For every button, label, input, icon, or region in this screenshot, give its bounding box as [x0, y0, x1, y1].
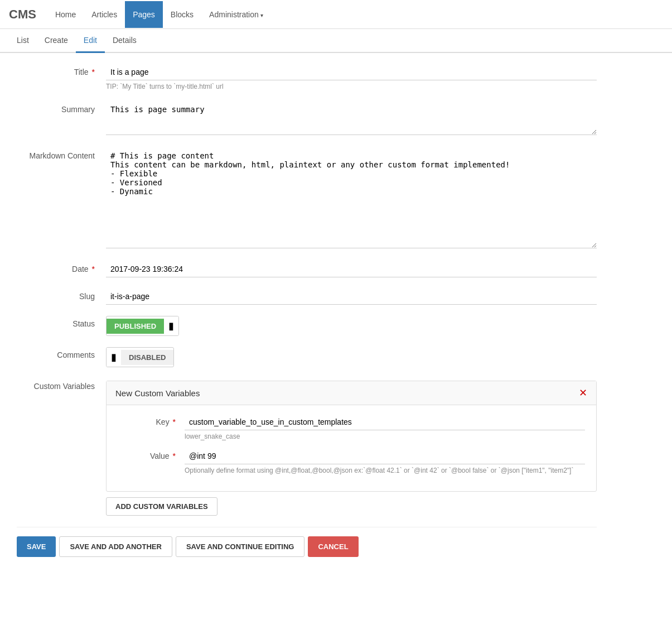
nav-item-administration[interactable]: Administration	[201, 1, 270, 28]
date-field	[106, 261, 597, 277]
title-tip: TIP: `My Title` turns to `my-title.html`…	[106, 83, 597, 90]
subnav-details[interactable]: Details	[105, 29, 144, 53]
status-published-btn[interactable]: PUBLISHED	[107, 319, 164, 334]
close-panel-button[interactable]: ✕	[579, 388, 587, 398]
cv-value-hint: Optionally define format using @int,@flo…	[185, 467, 585, 474]
custom-variables-row: Custom Variables New Custom Variables ✕ …	[17, 378, 597, 516]
nav-item-pages[interactable]: Pages	[125, 1, 163, 28]
comments-row: Comments ▮ DISABLED	[17, 347, 597, 367]
comments-toggle-switch[interactable]: ▮	[107, 348, 121, 367]
cv-key-field: lower_snake_case	[185, 414, 585, 440]
comments-disabled-btn[interactable]: DISABLED	[121, 350, 173, 365]
save-add-another-button[interactable]: SAVE AND ADD ANOTHER	[59, 536, 172, 557]
custom-variables-header: New Custom Variables ✕	[107, 381, 596, 405]
date-input[interactable]	[106, 261, 597, 277]
custom-variables-label: Custom Variables	[17, 378, 106, 391]
status-row: Status PUBLISHED ▮	[17, 316, 597, 336]
comments-field: ▮ DISABLED	[106, 347, 597, 367]
brand-logo: CMS	[9, 7, 36, 22]
markdown-label: Markdown Content	[17, 148, 106, 160]
status-field: PUBLISHED ▮	[106, 316, 597, 336]
comments-label: Comments	[17, 347, 106, 359]
cv-value-input[interactable]	[185, 448, 585, 464]
cancel-button[interactable]: CANCEL	[308, 536, 358, 557]
markdown-field: # This is page content This content can …	[106, 148, 597, 250]
nav-item-home[interactable]: Home	[47, 1, 84, 28]
status-label: Status	[17, 316, 106, 328]
slug-row: Slug	[17, 289, 597, 305]
add-custom-variables-button[interactable]: ADD CUSTOM VARIABLES	[106, 497, 217, 516]
summary-field: This is page summary	[106, 102, 597, 137]
slug-field	[106, 289, 597, 305]
subnav-create[interactable]: Create	[37, 29, 76, 53]
status-toggle[interactable]: PUBLISHED ▮	[106, 316, 179, 336]
summary-row: Summary This is page summary	[17, 102, 597, 137]
comments-toggle[interactable]: ▮ DISABLED	[106, 347, 174, 367]
subnav-edit[interactable]: Edit	[76, 29, 105, 53]
date-row: Date *	[17, 261, 597, 277]
nav-item-blocks[interactable]: Blocks	[163, 1, 201, 28]
summary-label: Summary	[17, 102, 106, 114]
cv-value-label: Value *	[118, 448, 185, 460]
comments-toggle-row: ▮ DISABLED	[106, 347, 597, 367]
top-navigation: CMS Home Articles Pages Blocks Administr…	[0, 0, 672, 29]
sub-navigation: List Create Edit Details	[0, 29, 672, 53]
custom-variables-panel: New Custom Variables ✕ Key * lower_snake…	[106, 381, 597, 492]
cv-value-row: Value * Optionally define format using @…	[118, 448, 585, 474]
cv-key-row: Key * lower_snake_case	[118, 414, 585, 440]
title-field: TIP: `My Title` turns to `my-title.html`…	[106, 64, 597, 90]
cv-key-input[interactable]	[185, 414, 585, 430]
title-row: Title * TIP: `My Title` turns to `my-tit…	[17, 64, 597, 90]
save-continue-editing-button[interactable]: SAVE AND CONTINUE EDITING	[176, 536, 305, 557]
markdown-row: Markdown Content # This is page content …	[17, 148, 597, 250]
title-label: Title *	[17, 64, 106, 76]
slug-input[interactable]	[106, 289, 597, 305]
cv-key-hint: lower_snake_case	[185, 433, 585, 440]
markdown-input[interactable]: # This is page content This content can …	[106, 148, 597, 248]
slug-label: Slug	[17, 289, 106, 301]
custom-variables-body: Key * lower_snake_case Value *	[107, 405, 596, 491]
custom-variables-field: New Custom Variables ✕ Key * lower_snake…	[106, 378, 597, 516]
subnav-list[interactable]: List	[9, 29, 37, 53]
cv-key-label: Key *	[118, 414, 185, 426]
save-button[interactable]: SAVE	[17, 536, 56, 557]
status-toggle-row: PUBLISHED ▮	[106, 316, 597, 336]
summary-input[interactable]: This is page summary	[106, 102, 597, 135]
title-input[interactable]	[106, 64, 597, 80]
date-label: Date *	[17, 261, 106, 273]
cv-value-field: Optionally define format using @int,@flo…	[185, 448, 585, 474]
main-content: Title * TIP: `My Title` turns to `my-tit…	[0, 53, 613, 577]
action-buttons: SAVE SAVE AND ADD ANOTHER SAVE AND CONTI…	[17, 527, 597, 566]
status-toggle-switch[interactable]: ▮	[164, 316, 178, 335]
custom-variables-panel-title: New Custom Variables	[115, 388, 200, 398]
nav-item-articles[interactable]: Articles	[84, 1, 125, 28]
